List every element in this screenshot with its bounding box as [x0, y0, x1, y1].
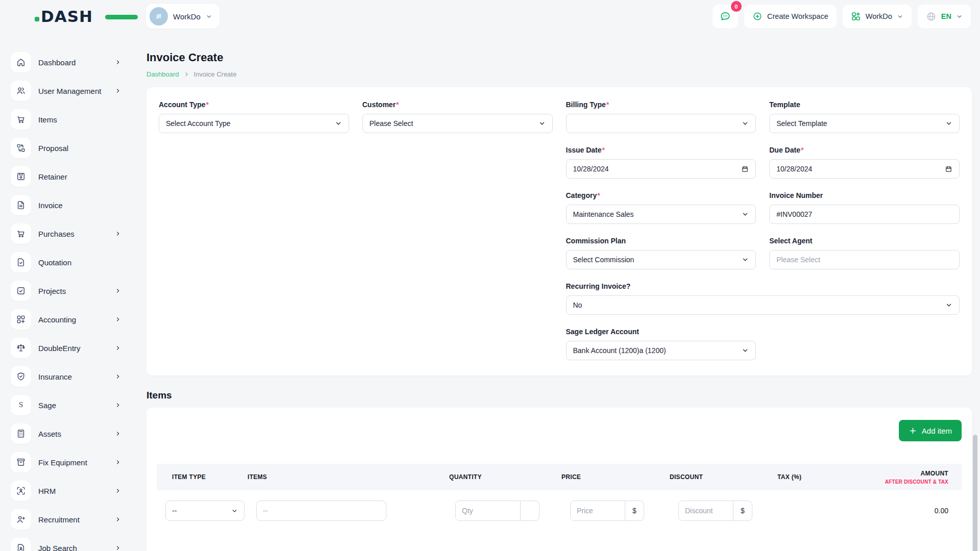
field-recurring-invoice: Recurring Invoice? No — [566, 282, 960, 315]
select-agent-label: Select Agent — [769, 237, 812, 245]
file-text-icon — [11, 195, 31, 215]
sidebar-item-assets[interactable]: Assets — [11, 423, 125, 444]
field-commission-plan: Commission Plan Select Commission — [566, 237, 756, 269]
field-account-type: Account Type* Select Account Type — [159, 101, 349, 133]
sidebar-item-quotation[interactable]: Quotation — [11, 252, 125, 272]
logo-dot — [35, 17, 39, 21]
account-type-label: Account Type — [159, 101, 206, 109]
sidebar-item-dashboard[interactable]: Dashboard — [11, 52, 125, 72]
add-item-button[interactable]: Add item — [899, 420, 962, 441]
workspace-selector[interactable]: WorkDo — [146, 4, 219, 29]
chevron-down-icon — [897, 13, 903, 20]
apps-grid-icon — [851, 11, 861, 21]
chevron-down-icon — [945, 302, 952, 309]
chevron-down-icon — [945, 120, 952, 127]
template-label: Template — [769, 101, 800, 109]
field-template: Template Select Template — [769, 101, 960, 133]
items-select-input[interactable] — [256, 500, 386, 521]
field-due-date: Due Date* 10/28/2024 — [769, 146, 960, 179]
logo-text: DASH — [41, 7, 93, 26]
chevron-right-icon — [114, 344, 121, 352]
sidebar-item-doubleentry[interactable]: DoubleEntry — [11, 338, 125, 358]
language-code: EN — [941, 12, 951, 20]
chat-icon — [719, 10, 731, 22]
due-date-input[interactable]: 10/28/2024 — [769, 159, 960, 179]
building-avatar-icon — [150, 7, 168, 26]
billing-type-select[interactable] — [566, 114, 756, 133]
col-header-items: ITEMS — [248, 473, 447, 481]
workspace-name: WorkDo — [173, 12, 201, 21]
row-amount-value: 0.00 — [863, 500, 948, 521]
chevron-down-icon — [956, 13, 963, 20]
language-selector[interactable]: EN — [918, 5, 971, 28]
field-billing-type: Billing Type* — [566, 101, 756, 133]
chevron-right-icon — [114, 316, 121, 323]
breadcrumb-dashboard-link[interactable]: Dashboard — [146, 70, 179, 78]
required-mark: * — [606, 101, 609, 109]
col-header-item-type: ITEM TYPE — [157, 473, 248, 481]
app-menu-button[interactable]: WorkDo — [843, 5, 912, 28]
users-icon — [11, 81, 31, 101]
select-agent-input-wrap — [769, 250, 960, 269]
discount-currency-suffix: $ — [733, 501, 752, 520]
item-type-select[interactable]: -- — [165, 500, 244, 521]
sidebar-item-insurance[interactable]: Insurance — [11, 366, 125, 387]
discount-input[interactable] — [679, 501, 733, 520]
sidebar-item-accounting[interactable]: Accounting — [11, 309, 125, 330]
scrollbar-thumb[interactable] — [973, 435, 977, 551]
price-input[interactable] — [571, 501, 625, 520]
customer-select[interactable]: Please Select — [362, 114, 553, 133]
home-icon — [11, 52, 31, 72]
field-invoice-number: Invoice Number — [769, 191, 960, 224]
account-type-select[interactable]: Select Account Type — [159, 114, 349, 133]
chevron-right-icon — [114, 230, 121, 237]
svg-text:S: S — [19, 401, 23, 409]
price-currency-suffix: $ — [625, 501, 644, 520]
chevron-right-icon — [114, 87, 121, 94]
plus-circle-icon — [752, 11, 763, 21]
messages-button[interactable]: 0 — [713, 5, 738, 28]
chevron-down-icon — [335, 120, 342, 127]
chevron-right-icon — [114, 487, 121, 494]
sage-ledger-select[interactable]: Bank Account (1200)a (1200) — [566, 341, 756, 360]
chevron-right-icon — [114, 459, 121, 466]
sidebar-item-job-search[interactable]: Job Search — [11, 538, 125, 551]
invoice-number-input[interactable] — [776, 210, 952, 218]
sidebar-item-fix-equipment[interactable]: Fix Equipment — [11, 452, 125, 472]
quantity-input[interactable] — [456, 501, 520, 520]
recurring-invoice-select[interactable]: No — [566, 295, 960, 315]
sidebar-item-items[interactable]: Items — [11, 109, 125, 130]
sidebar-item-recruitment[interactable]: Recruitment — [11, 509, 125, 530]
sidebar-item-sage[interactable]: S Sage — [11, 395, 125, 415]
breadcrumb: Dashboard Invoice Create — [146, 70, 972, 78]
sidebar-item-purchases[interactable]: Purchases — [11, 223, 125, 244]
field-select-agent: Select Agent — [769, 237, 960, 269]
required-mark: * — [597, 191, 600, 199]
due-date-label: Due Date — [769, 146, 800, 154]
category-select[interactable]: Maintenance Sales — [566, 205, 756, 224]
col-header-quantity: QUANTITY — [447, 473, 561, 481]
commission-plan-select[interactable]: Select Commission — [566, 250, 756, 269]
chevron-down-icon — [538, 120, 546, 127]
sidebar-item-invoice[interactable]: Invoice — [11, 195, 125, 215]
calendar-icon[interactable] — [945, 165, 952, 173]
create-workspace-label: Create Workspace — [767, 12, 828, 20]
sidebar-item-retainer[interactable]: Retainer — [11, 166, 125, 187]
billing-type-label: Billing Type — [566, 101, 606, 109]
invoice-form-card: Account Type* Select Account Type Custom… — [146, 87, 972, 375]
sidebar-item-proposal[interactable]: Proposal — [11, 138, 125, 158]
sidebar-item-hrm[interactable]: HRM — [11, 481, 125, 501]
quantity-spinner[interactable] — [520, 501, 539, 520]
chevron-down-icon — [742, 120, 749, 127]
template-select[interactable]: Select Template — [769, 114, 960, 133]
create-workspace-button[interactable]: Create Workspace — [744, 5, 837, 28]
shield-check-icon — [11, 366, 31, 387]
price-input-group: $ — [570, 500, 644, 521]
sidebar-item-projects[interactable]: Projects — [11, 281, 125, 301]
archive-box-icon — [11, 452, 31, 472]
sidebar-item-user-management[interactable]: User Management — [11, 81, 125, 101]
select-agent-input[interactable] — [776, 256, 952, 264]
main-content: Invoice Create Dashboard Invoice Create … — [135, 33, 980, 551]
calendar-icon[interactable] — [741, 165, 749, 173]
issue-date-input[interactable]: 10/28/2024 — [566, 159, 756, 179]
